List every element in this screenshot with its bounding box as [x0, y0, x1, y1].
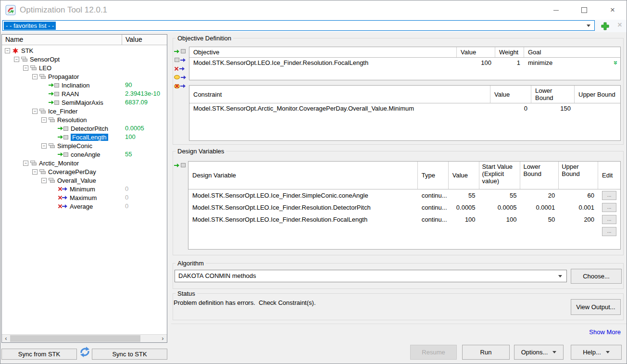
dv-cell[interactable]: Model.STK.SensorOpt.LEO.Ice_Finder.Resol…	[188, 204, 418, 211]
tree-node-label[interactable]: RAAN	[62, 90, 79, 98]
dv-cell[interactable]: 55	[479, 192, 521, 199]
dv-cell[interactable]: 55	[449, 192, 479, 199]
tree-node-label[interactable]: DetectorPitch	[71, 125, 108, 132]
algorithm-combobox[interactable]: DAKOTA CONMIN methods	[175, 270, 567, 282]
sync-from-stk-button[interactable]: Sync from STK	[1, 349, 77, 360]
collapse-icon[interactable]: −	[14, 57, 19, 62]
collapse-icon[interactable]: −	[32, 74, 38, 79]
tree-row[interactable]: −SensorOpt	[2, 55, 167, 63]
collapse-icon[interactable]: −	[41, 143, 47, 149]
tree-row[interactable]: −CoveragePerDay	[2, 167, 167, 176]
tree-node-label[interactable]: LEO	[39, 64, 51, 72]
tree-row[interactable]: Inclination90	[2, 81, 167, 89]
collapse-icon[interactable]: −	[41, 117, 47, 123]
options-button[interactable]: Options...	[514, 345, 564, 360]
tree-horizontal-scrollbar[interactable]: ‹ ›	[2, 334, 167, 342]
resume-button[interactable]: Resume	[410, 345, 457, 360]
dv-cell[interactable]: 0.0005	[449, 204, 479, 211]
collapse-icon[interactable]: −	[23, 65, 28, 71]
tree-node-label[interactable]: CoveragePerDay	[48, 168, 96, 176]
collapse-icon[interactable]: −	[32, 109, 38, 114]
tree-row[interactable]: −STK	[2, 46, 167, 55]
objective-weight-cell[interactable]: 1	[495, 58, 524, 68]
tree-row[interactable]: Maximum0	[2, 193, 167, 202]
view-output-button[interactable]: View Output...	[571, 299, 621, 315]
tree-node-label[interactable]: coneAngle	[71, 151, 100, 158]
constraint-lower-cell[interactable]: 150	[531, 103, 575, 113]
objective-value-cell[interactable]: 100	[457, 58, 495, 68]
dv-cell[interactable]: 0.001	[559, 204, 598, 211]
dv-cell[interactable]: 100	[449, 216, 479, 223]
tree-row[interactable]: SemiMajorAxis6837.09	[2, 98, 167, 107]
run-button[interactable]: Run	[462, 345, 510, 360]
edit-button[interactable]: ...	[602, 215, 616, 224]
tree-node-label[interactable]: Inclination	[62, 82, 90, 89]
chevron-down-icon[interactable]	[558, 275, 562, 277]
constraint-row[interactable]: Model.STK.SensorOpt.Arctic_Monitor.Cover…	[189, 103, 620, 113]
dv-cell[interactable]: Model.STK.SensorOpt.LEO.Ice_Finder.Resol…	[188, 216, 418, 223]
collapse-icon[interactable]: −	[41, 178, 47, 183]
dv-cell[interactable]: 50	[520, 216, 559, 223]
tree-row[interactable]: DetectorPitch0.0005	[2, 124, 167, 133]
dv-cell[interactable]: 20	[520, 192, 559, 199]
tree-node-label[interactable]: STK	[21, 47, 33, 54]
design-variable-row[interactable]: Model.STK.SensorOpt.LEO.Ice_Finder.Simpl…	[188, 189, 620, 201]
collapse-icon[interactable]: −	[5, 48, 10, 53]
tree-row[interactable]: −LEO	[2, 63, 167, 72]
design-variable-row[interactable]: Model.STK.SensorOpt.LEO.Ice_Finder.Resol…	[188, 213, 620, 226]
dv-cell[interactable]: continu...	[418, 204, 449, 211]
design-variable-row[interactable]: Model.STK.SensorOpt.LEO.Ice_Finder.Resol…	[188, 201, 620, 213]
dv-cell[interactable]: 60	[559, 192, 598, 199]
tree-row[interactable]: coneAngle55	[2, 150, 167, 159]
tree-row[interactable]: −Propagator	[2, 72, 167, 81]
favorites-combobox[interactable]: - - favorites list - -	[2, 20, 595, 31]
edit-button[interactable]: ...	[602, 191, 616, 200]
objective-row[interactable]: Model.STK.SensorOpt.LEO.Ice_Finder.Resol…	[189, 58, 620, 68]
dv-cell[interactable]: 0.0001	[520, 204, 559, 211]
maximize-button[interactable]	[573, 0, 595, 20]
goal-dropdown-chevron-icon[interactable]: »	[612, 61, 620, 64]
dv-cell[interactable]: 100	[479, 216, 521, 223]
help-button[interactable]: Help...	[571, 345, 622, 360]
tree-node-label[interactable]: Propagator	[48, 73, 79, 80]
dv-cell[interactable]: continu...	[418, 216, 449, 223]
tree-row[interactable]: RAAN2.39413e-10	[2, 89, 167, 98]
dv-cell[interactable]: 200	[559, 216, 598, 223]
remove-favorite-button[interactable]: ×	[615, 20, 625, 30]
tree-row[interactable]: −Overall_Value	[2, 176, 167, 185]
tree-row[interactable]: −Arctic_Monitor	[2, 159, 167, 167]
constraint-upper-cell[interactable]	[575, 103, 620, 113]
objective-goal-cell[interactable]: minimize »	[524, 58, 620, 68]
minimize-button[interactable]	[545, 0, 567, 20]
choose-algorithm-button[interactable]: Choose...	[571, 269, 622, 284]
tree-node-label[interactable]: Arctic_Monitor	[39, 160, 79, 167]
constraint-name-cell[interactable]: Model.STK.SensorOpt.Arctic_Monitor.Cover…	[189, 103, 490, 113]
tree-row[interactable]: −Ice_Finder	[2, 107, 167, 115]
tree-row[interactable]: −SimpleConic	[2, 141, 167, 150]
tree-node-label[interactable]: Maximum	[70, 194, 97, 201]
constraint-value-cell[interactable]: 0	[490, 103, 531, 113]
tree-row[interactable]: −Resolution	[2, 115, 167, 124]
scroll-left-icon[interactable]: ‹	[2, 335, 10, 342]
edit-button[interactable]: ...	[602, 203, 616, 212]
tree-node-label[interactable]: Average	[70, 203, 93, 210]
add-favorite-button[interactable]	[600, 21, 610, 31]
tree-row[interactable]: Average0	[2, 202, 167, 211]
tree-node-label[interactable]: Overall_Value	[57, 177, 96, 184]
objective-name-cell[interactable]: Model.STK.SensorOpt.LEO.Ice_Finder.Resol…	[189, 58, 457, 68]
tree-node-label[interactable]: Minimum	[70, 186, 95, 193]
tree-node-label[interactable]: SimpleConic	[57, 142, 92, 150]
tree-node-label[interactable]: FocalLength	[71, 134, 108, 141]
tree-row[interactable]: FocalLength100	[2, 133, 167, 141]
scroll-right-icon[interactable]: ›	[159, 335, 167, 342]
show-more-link[interactable]: Show More	[573, 328, 621, 336]
tree-row[interactable]: Minimum0	[2, 185, 167, 193]
tree-node-label[interactable]: SemiMajorAxis	[62, 99, 103, 106]
tree-node-label[interactable]: SensorOpt	[30, 56, 60, 63]
tree-node-label[interactable]: Ice_Finder	[48, 108, 77, 115]
scrollbar-thumb[interactable]	[10, 335, 140, 342]
dv-cell[interactable]: continu...	[418, 192, 449, 199]
dv-cell[interactable]: Model.STK.SensorOpt.LEO.Ice_Finder.Simpl…	[188, 192, 418, 199]
dv-cell[interactable]: 0.0005	[479, 204, 521, 211]
add-design-variable-button[interactable]: ...	[602, 227, 616, 236]
